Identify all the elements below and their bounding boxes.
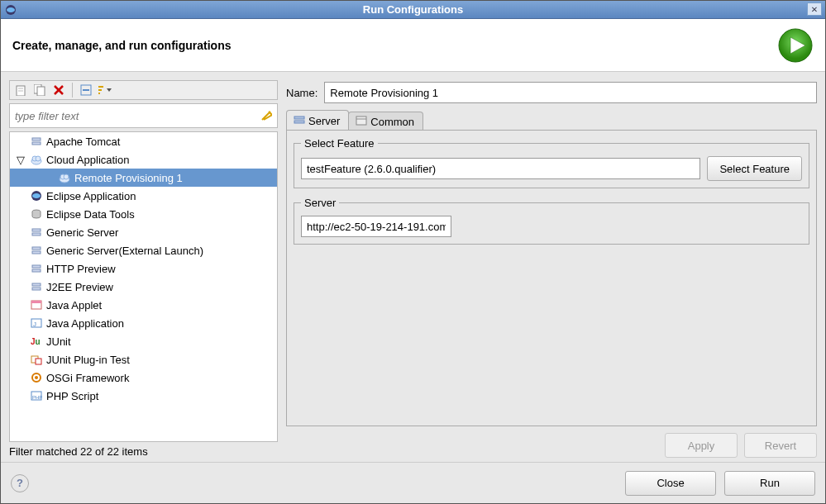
title-bar[interactable]: Run Configurations ✕: [1, 1, 825, 19]
group-server: Server: [294, 197, 809, 245]
tree-item[interactable]: Eclipse Application: [10, 187, 277, 205]
tree-item[interactable]: Generic Server(External Launch): [10, 241, 277, 259]
apply-button[interactable]: Apply: [665, 433, 738, 458]
tree-item-label: JUnit: [46, 335, 71, 348]
svg-rect-35: [32, 288, 41, 290]
applet-icon: [30, 298, 43, 311]
group-server-legend: Server: [301, 197, 339, 209]
tree-item[interactable]: Generic Server: [10, 223, 277, 241]
tab-common-label: Common: [370, 116, 414, 128]
common-tab-icon: [356, 115, 367, 129]
select-feature-button[interactable]: Select Feature: [707, 156, 802, 181]
cloud-icon: [30, 153, 43, 166]
server-url-input[interactable]: [301, 216, 451, 237]
tree-item-label: Generic Server(External Launch): [46, 245, 203, 257]
tree-item[interactable]: HTTP Preview: [10, 259, 277, 278]
tree-item[interactable]: Java Applet: [10, 296, 277, 314]
svg-rect-49: [356, 116, 366, 125]
tree-item[interactable]: PHPPHP Script: [10, 387, 277, 405]
tree-item-label: Remote Provisioning 1: [74, 172, 183, 184]
collapse-all-icon[interactable]: [79, 83, 93, 97]
tree-item-label: Java Application: [46, 317, 124, 330]
svg-rect-42: [36, 359, 41, 364]
group-feature-legend: Select Feature: [301, 137, 378, 150]
filter-box: [9, 103, 278, 128]
svg-point-44: [35, 376, 38, 379]
svg-rect-31: [32, 251, 41, 254]
tree-item-label: OSGi Framework: [46, 372, 129, 384]
tree-item-label: JUnit Plug-in Test: [46, 354, 130, 366]
tab-server[interactable]: Server: [286, 110, 349, 130]
run-button[interactable]: Run: [724, 471, 815, 496]
server-icon: [30, 135, 43, 148]
svg-rect-17: [32, 138, 41, 140]
tab-strip: Server Common: [286, 110, 817, 130]
config-toolbar: [9, 80, 278, 100]
header-area: Create, manage, and run configurations: [1, 19, 825, 72]
svg-text:PHP: PHP: [32, 395, 42, 400]
tree-item[interactable]: Remote Provisioning 1: [10, 169, 277, 187]
tree-item[interactable]: Eclipse Data Tools: [10, 205, 277, 223]
tree-item-label: Cloud Application: [46, 154, 129, 166]
svg-point-21: [36, 156, 41, 161]
eclipse-icon: [30, 189, 43, 202]
tree-item-label: J2EE Preview: [46, 281, 113, 293]
duplicate-icon[interactable]: [32, 83, 47, 97]
cloud-icon: [58, 171, 71, 184]
filter-input[interactable]: [10, 104, 254, 127]
tree-item-label: Apache Tomcat: [46, 136, 120, 148]
tree-item[interactable]: JUnit Plug-in Test: [10, 350, 277, 368]
filter-status: Filter matched 22 of 22 items: [9, 445, 278, 458]
close-window-button[interactable]: ✕: [807, 2, 822, 16]
tree-item[interactable]: JJava Application: [10, 314, 277, 332]
right-pane: Name: Server Common: [286, 80, 817, 458]
delete-icon[interactable]: [51, 83, 66, 97]
close-button[interactable]: Close: [625, 471, 716, 496]
tree-item[interactable]: J2EE Preview: [10, 278, 277, 296]
tree-item-label: Eclipse Application: [46, 190, 136, 202]
filter-menu-icon[interactable]: [98, 83, 112, 97]
tree-item[interactable]: ▽Cloud Application: [10, 150, 277, 169]
server-icon: [30, 262, 43, 275]
tab-content-server: Select Feature Select Feature Server: [286, 130, 817, 426]
new-config-icon[interactable]: [13, 83, 28, 97]
svg-marker-16: [107, 88, 112, 92]
server-icon: [30, 226, 43, 239]
php-icon: PHP: [30, 389, 43, 402]
svg-text:Ju: Ju: [31, 337, 41, 346]
svg-rect-29: [32, 233, 41, 235]
server-tab-icon: [294, 114, 305, 128]
osgi-icon: [30, 371, 43, 384]
config-tree[interactable]: Apache Tomcat▽Cloud ApplicationRemote Pr…: [9, 131, 278, 442]
tree-item-label: HTTP Preview: [46, 263, 116, 275]
tab-common[interactable]: Common: [348, 112, 423, 130]
tree-item-label: Generic Server: [46, 226, 118, 239]
db-icon: [30, 207, 43, 221]
svg-rect-33: [32, 269, 41, 272]
svg-rect-8: [37, 87, 45, 96]
svg-text:J: J: [33, 321, 36, 328]
tab-server-label: Server: [308, 115, 340, 127]
svg-rect-37: [31, 301, 41, 303]
name-label: Name:: [286, 87, 318, 99]
help-icon[interactable]: ?: [11, 474, 29, 492]
name-input[interactable]: [324, 82, 817, 103]
footer: ? Close Run: [1, 462, 825, 503]
svg-rect-28: [32, 229, 41, 231]
svg-point-26: [32, 193, 41, 198]
feature-input[interactable]: [301, 158, 700, 179]
svg-point-1: [7, 7, 15, 12]
tree-item[interactable]: OSGi Framework: [10, 368, 277, 387]
svg-rect-48: [294, 121, 304, 123]
server-icon: [30, 280, 43, 293]
revert-button[interactable]: Revert: [744, 433, 817, 458]
svg-rect-34: [32, 283, 41, 286]
twisty-icon[interactable]: ▽: [15, 154, 26, 166]
run-play-icon: [777, 27, 814, 64]
tree-item[interactable]: Apache Tomcat: [10, 132, 277, 150]
group-select-feature: Select Feature Select Feature: [294, 137, 809, 188]
tree-item[interactable]: JuJUnit: [10, 332, 277, 350]
clear-filter-icon[interactable]: [259, 108, 274, 123]
svg-rect-30: [32, 247, 41, 250]
tree-item-label: Eclipse Data Tools: [46, 208, 135, 221]
